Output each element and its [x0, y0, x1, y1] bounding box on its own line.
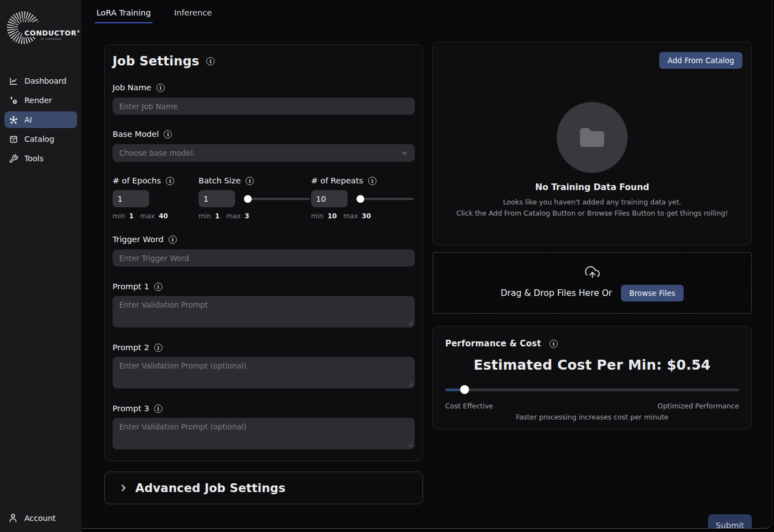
sidebar-item-label: Render	[24, 96, 52, 105]
sidebar-item-render[interactable]: Render	[4, 92, 77, 109]
info-icon[interactable]: i	[549, 340, 558, 348]
file-dropzone[interactable]: Drag & Drop Files Here Or Browse Files	[432, 252, 752, 314]
dropzone-text: Drag & Drop Files Here Or	[501, 288, 612, 298]
job-name-input[interactable]	[113, 98, 415, 115]
info-icon[interactable]: i	[164, 130, 172, 139]
batch-size-slider[interactable]	[244, 195, 310, 203]
batch-size-minmax: min1 max3	[198, 212, 311, 220]
cloud-upload-icon	[585, 265, 600, 280]
performance-slider[interactable]	[445, 385, 739, 394]
prompt3-textarea[interactable]	[113, 418, 415, 449]
trigger-word-label: Trigger Word	[113, 235, 164, 244]
base-model-label: Base Model	[113, 130, 159, 139]
info-icon[interactable]: i	[246, 177, 254, 185]
base-model-select[interactable]: Choose base model.	[113, 144, 415, 162]
empty-state-disc	[557, 102, 628, 173]
sidebar-nav: Dashboard Render AI Catalog Tools	[4, 73, 77, 170]
job-name-field: Job Name i	[113, 83, 415, 115]
performance-cost-title: Performance & Cost	[445, 339, 541, 349]
user-icon	[8, 513, 18, 523]
account-label: Account	[24, 514, 56, 523]
main-content: LoRA Training Inference Job Settings i J…	[82, 0, 773, 529]
base-model-placeholder: Choose base model.	[119, 149, 195, 157]
tab-inference[interactable]: Inference	[172, 7, 213, 23]
account-button[interactable]: Account	[8, 513, 56, 523]
prompt3-label: Prompt 3	[113, 404, 149, 413]
render-icon	[9, 96, 18, 105]
info-icon[interactable]: i	[368, 177, 376, 185]
optimized-performance-label: Optimized Performance	[658, 402, 739, 410]
empty-state-title: No Training Data Found	[433, 182, 751, 192]
estimated-cost: Estimated Cost Per Min: $0.54	[433, 357, 751, 373]
prompt1-label: Prompt 1	[113, 282, 149, 291]
prompt2-field: Prompt 2 i	[113, 343, 415, 388]
sidebar-item-label: Catalog	[24, 135, 54, 144]
sidebar-item-dashboard[interactable]: Dashboard	[4, 73, 77, 89]
prompt1-field: Prompt 1 i	[113, 282, 415, 328]
epochs-field: # of Epochs i min1 max40	[113, 176, 198, 220]
catalog-icon	[9, 135, 18, 144]
job-settings-panel: Job Settings i Job Name i Base Model i C…	[104, 44, 423, 461]
chevron-down-icon	[401, 150, 408, 157]
job-name-label: Job Name	[113, 83, 151, 92]
repeats-slider[interactable]	[357, 195, 414, 203]
cost-effective-label: Cost Effective	[445, 402, 493, 410]
submit-button[interactable]: Submit	[708, 514, 752, 529]
tab-lora-training[interactable]: LoRA Training	[95, 7, 152, 23]
sidebar-item-label: AI	[24, 115, 32, 124]
epochs-input[interactable]	[113, 190, 149, 207]
advanced-job-settings-title: Advanced Job Settings	[135, 482, 286, 495]
brand-name: CONDUCTOR®	[23, 28, 82, 37]
batch-size-label: Batch Size	[198, 176, 241, 185]
sidebar-item-label: Dashboard	[24, 76, 67, 85]
add-from-catalog-button[interactable]: Add From Catalog	[659, 52, 742, 69]
repeats-label: # of Repeats	[311, 176, 363, 185]
batch-size-input[interactable]	[198, 190, 235, 207]
performance-cost-panel: Performance & Cost i Estimated Cost Per …	[432, 326, 752, 429]
brand-tagline: BY COREWEAVE	[41, 38, 62, 40]
info-icon[interactable]: i	[156, 84, 165, 92]
trigger-word-input[interactable]	[113, 249, 415, 267]
repeats-input[interactable]	[311, 190, 348, 207]
repeats-field: # of Repeats i min10 max30	[311, 176, 415, 220]
sidebar-item-tools[interactable]: Tools	[4, 150, 77, 167]
prompt3-field: Prompt 3 i	[113, 404, 415, 449]
prompt1-textarea[interactable]	[113, 296, 415, 328]
repeats-minmax: min10 max30	[311, 212, 415, 220]
info-icon[interactable]: i	[206, 57, 215, 65]
chart-icon	[9, 76, 18, 86]
info-icon[interactable]: i	[154, 283, 162, 291]
info-icon[interactable]: i	[169, 236, 177, 244]
base-model-field: Base Model i Choose base model.	[113, 130, 415, 162]
info-icon[interactable]: i	[154, 405, 162, 413]
ai-icon	[9, 115, 18, 125]
info-icon[interactable]: i	[166, 177, 174, 185]
advanced-job-settings[interactable]: Advanced Job Settings	[104, 472, 423, 504]
epochs-label: # of Epochs	[113, 176, 161, 185]
performance-note: Faster processing increases cost per min…	[433, 413, 751, 421]
tab-bar: LoRA Training Inference	[95, 7, 213, 23]
epochs-minmax: min1 max40	[113, 212, 198, 220]
slider-thumb[interactable]	[460, 385, 469, 394]
empty-state-subtitle: Looks like you haven't added any trainin…	[433, 197, 751, 219]
sidebar-item-ai[interactable]: AI	[4, 111, 77, 128]
sidebar-item-label: Tools	[24, 154, 44, 163]
training-data-panel: Add From Catalog No Training Data Found …	[432, 42, 752, 245]
folder-icon	[576, 121, 608, 154]
chevron-right-icon	[119, 483, 128, 493]
info-icon[interactable]: i	[154, 344, 162, 352]
trigger-word-field: Trigger Word i	[113, 235, 415, 267]
prompt2-textarea[interactable]	[113, 357, 415, 388]
sidebar: CONDUCTOR® BY COREWEAVE Dashboard Render…	[0, 0, 82, 532]
wrench-icon	[9, 154, 18, 163]
sidebar-item-catalog[interactable]: Catalog	[4, 131, 77, 147]
batch-size-field: Batch Size i min1 max3	[198, 176, 311, 220]
job-settings-title: Job Settings	[113, 54, 199, 68]
brand-logo: CONDUCTOR® BY COREWEAVE	[0, 0, 82, 62]
browse-files-button[interactable]: Browse Files	[621, 285, 684, 301]
prompt2-label: Prompt 2	[113, 343, 149, 352]
